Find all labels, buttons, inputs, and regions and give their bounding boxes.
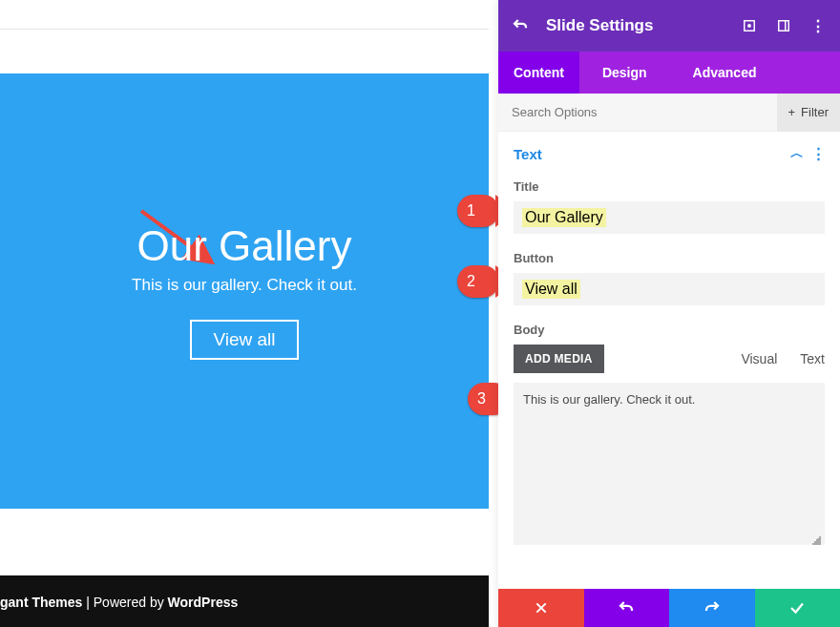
hero-view-all-button[interactable]: View all	[190, 320, 298, 360]
undo-button[interactable]	[584, 589, 670, 627]
tab-advanced[interactable]: Advanced	[678, 52, 772, 94]
redo-button[interactable]	[669, 589, 755, 627]
label-body: Body	[514, 323, 825, 337]
cancel-button[interactable]	[498, 589, 584, 627]
filter-button[interactable]: +Filter	[777, 94, 840, 132]
resize-handle[interactable]	[811, 535, 821, 545]
callout-label: 2	[467, 273, 475, 290]
site-footer: gant Themes | Powered by WordPress	[0, 575, 489, 627]
search-row: +Filter	[498, 94, 840, 132]
settings-panel: Slide Settings ⋮ Content Design Advanced…	[498, 0, 840, 627]
section-title: Text	[514, 146, 542, 162]
callout-label: 3	[477, 390, 486, 408]
label-title: Title	[514, 179, 825, 194]
footer-platform: WordPress	[168, 595, 239, 610]
svg-rect-4	[779, 21, 789, 31]
svg-point-3	[748, 25, 750, 27]
chevron-up-icon[interactable]: ︿	[790, 145, 804, 162]
footer-brand: gant Themes	[0, 595, 82, 610]
plus-icon: +	[788, 105, 796, 119]
expand-icon[interactable]	[741, 17, 758, 34]
label-button: Button	[514, 251, 825, 265]
callout-label: 1	[467, 202, 475, 219]
footer-separator: | Powered by	[82, 595, 167, 610]
editor-tab-visual[interactable]: Visual	[741, 351, 777, 366]
add-media-button[interactable]: ADD MEDIA	[514, 345, 604, 373]
search-input[interactable]	[498, 105, 777, 119]
callout-2: 2	[457, 265, 499, 298]
panel-header: Slide Settings ⋮	[498, 0, 840, 52]
filter-label: Filter	[801, 105, 829, 119]
panel-body: Text ︿ ⋮ Title Our Gallery Button View a…	[498, 132, 840, 589]
hero-slide: Our Gallery This is our gallery. Check i…	[0, 73, 489, 509]
hero-title: Our Gallery	[0, 222, 489, 270]
dock-icon[interactable]	[775, 17, 792, 34]
hero-subtitle: This is our gallery. Check it out.	[0, 276, 489, 295]
more-icon[interactable]: ⋮	[809, 17, 827, 34]
page-preview: Our Gallery This is our gallery. Check i…	[0, 29, 489, 627]
tab-design[interactable]: Design	[587, 52, 662, 94]
back-icon[interactable]	[512, 17, 529, 34]
panel-title: Slide Settings	[546, 16, 724, 35]
panel-actions	[498, 589, 840, 627]
title-input[interactable]: Our Gallery	[522, 208, 606, 227]
button-field-wrap[interactable]: View all	[514, 273, 825, 305]
section-header-text[interactable]: Text ︿ ⋮	[514, 145, 825, 162]
editor-tab-text[interactable]: Text	[800, 351, 825, 366]
section-more-icon[interactable]: ⋮	[811, 145, 825, 162]
panel-tabs: Content Design Advanced	[498, 52, 840, 94]
button-input[interactable]: View all	[522, 280, 580, 299]
body-editor[interactable]	[514, 383, 825, 545]
save-button[interactable]	[755, 589, 841, 627]
tab-content[interactable]: Content	[498, 52, 579, 94]
callout-1: 1	[457, 195, 499, 227]
title-field-wrap[interactable]: Our Gallery	[514, 201, 825, 234]
